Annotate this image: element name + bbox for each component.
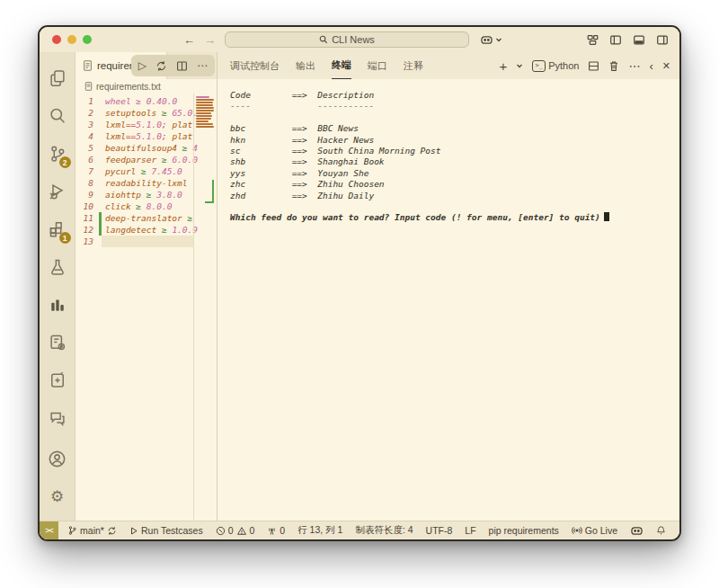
line-number[interactable]: 8 — [75, 177, 99, 189]
run-testcases-label: Run Testcases — [141, 525, 203, 536]
line-number[interactable]: 7 — [75, 165, 99, 177]
sidebar-item-file-add[interactable] — [40, 361, 75, 399]
file-icon — [83, 60, 93, 71]
close-window-button[interactable] — [52, 35, 61, 44]
line-number[interactable]: 9 — [75, 189, 99, 200]
bell-icon — [656, 525, 666, 536]
account-button[interactable] — [40, 440, 75, 477]
error-count: 0 — [228, 525, 234, 536]
editor-tab-bar: requirements ▷ ⋯ — [75, 52, 217, 79]
chevron-down-icon[interactable] — [516, 62, 523, 69]
run-loop-icon[interactable] — [155, 60, 167, 72]
line-number[interactable]: 5 — [75, 142, 99, 154]
line-number[interactable]: 2 — [75, 107, 99, 119]
line-number[interactable]: 1 — [75, 95, 99, 107]
customize-layout-icon[interactable] — [587, 34, 599, 46]
line-number[interactable]: 10 — [75, 200, 99, 212]
chevron-down-icon — [495, 36, 502, 43]
broadcast-icon — [572, 525, 582, 536]
go-live-button[interactable]: Go Live — [565, 525, 624, 536]
indentation-status[interactable]: 制表符长度: 4 — [349, 524, 419, 537]
sidebar-item-source-control[interactable]: 2 — [40, 135, 75, 173]
sidebar-item-comments[interactable] — [40, 399, 75, 437]
terminal-cursor — [604, 212, 609, 221]
breadcrumb-file: requirements.txt — [96, 82, 161, 92]
go-live-label: Go Live — [585, 525, 617, 536]
line-number[interactable]: 6 — [75, 154, 99, 165]
terminal-icon: >_ — [532, 60, 546, 72]
remote-indicator[interactable]: >< — [40, 521, 58, 539]
copilot-status[interactable] — [624, 525, 650, 537]
tab-debug-console[interactable]: 调试控制台 — [230, 52, 280, 79]
file-gear-icon — [49, 334, 67, 352]
sidebar-item-search[interactable] — [40, 97, 75, 135]
split-editor-icon[interactable] — [176, 60, 188, 72]
more-actions-button[interactable]: ⋯ — [628, 59, 640, 73]
tab-comments[interactable]: 注释 — [404, 52, 423, 79]
sidebar-item-file-settings[interactable] — [40, 324, 75, 361]
code-text — [102, 236, 193, 247]
testing-flask-icon — [49, 258, 67, 276]
sidebar-item-run-debug[interactable] — [40, 173, 75, 210]
traffic-lights — [52, 35, 92, 44]
minimize-window-button[interactable] — [67, 35, 76, 44]
toggle-sidebar-left-icon[interactable] — [609, 34, 622, 46]
terminal-type-selector[interactable]: >_ Python — [532, 60, 579, 72]
tab-output[interactable]: 输出 — [296, 52, 315, 79]
notifications-button[interactable] — [650, 525, 672, 536]
code-editor[interactable]: 1wheel ≥ 0.40.02setuptools ≥ 65.0.3lxml=… — [75, 94, 217, 521]
ports-status[interactable]: 0 — [261, 525, 291, 536]
ports-count: 0 — [280, 525, 285, 536]
branch-icon — [67, 525, 77, 536]
eol-status[interactable]: LF — [458, 525, 482, 536]
close-panel-button[interactable]: ✕ — [662, 60, 670, 72]
copilot-icon — [480, 34, 493, 46]
minimap-git-marker — [212, 180, 214, 203]
sidebar-item-explorer[interactable] — [40, 59, 75, 97]
breadcrumb[interactable]: requirements.txt — [75, 79, 217, 94]
line-number[interactable]: 11 — [75, 212, 99, 224]
terminal-view[interactable]: Code ==> Description ---- ----------- bb… — [217, 79, 679, 521]
tab-ports[interactable]: 端口 — [368, 52, 387, 79]
terminal-output: Code ==> Description ---- ----------- bb… — [230, 90, 679, 201]
line-number[interactable]: 3 — [75, 119, 99, 130]
navigate-forward-button[interactable]: → — [204, 33, 216, 47]
cursor-position-status[interactable]: 行 13, 列 1 — [291, 524, 349, 537]
problems-status[interactable]: 0 0 — [209, 525, 262, 536]
tab-terminal[interactable]: 终端 — [332, 52, 351, 79]
panel: 调试控制台 输出 终端 端口 注释 + >_ Python ⋯ ‹ — [217, 52, 679, 521]
minimap[interactable] — [193, 94, 217, 521]
search-icon — [49, 107, 67, 125]
command-center-search[interactable]: CLI News — [225, 31, 469, 48]
line-number[interactable]: 12 — [75, 224, 99, 236]
settings-button[interactable]: ⚙ — [40, 477, 75, 515]
panel-header: 调试控制台 输出 终端 端口 注释 + >_ Python ⋯ ‹ — [217, 52, 679, 79]
language-mode-status[interactable]: pip requirements — [483, 525, 565, 536]
run-testcases-button[interactable]: Run Testcases — [123, 525, 209, 536]
sidebar-item-testing[interactable] — [40, 248, 75, 286]
error-icon — [216, 526, 226, 536]
kill-terminal-trash-icon[interactable] — [608, 60, 619, 72]
toggle-panel-icon[interactable] — [633, 34, 645, 46]
sidebar-item-extensions[interactable]: 1 — [40, 210, 75, 248]
zoom-window-button[interactable] — [83, 35, 92, 44]
new-terminal-button[interactable]: + — [499, 58, 507, 74]
status-bar: >< main* Run Testcases 0 0 0 行 13, 列 1 制… — [40, 521, 679, 539]
more-actions-button[interactable]: ⋯ — [197, 59, 208, 72]
sidebar-item-chart[interactable] — [40, 286, 75, 324]
explorer-icon — [49, 69, 67, 87]
sync-icon — [107, 526, 117, 536]
copilot-icon — [630, 525, 644, 537]
toggle-sidebar-right-icon[interactable] — [656, 34, 669, 46]
git-branch-status[interactable]: main* — [61, 525, 123, 536]
line-number[interactable]: 4 — [75, 130, 99, 142]
line-number[interactable]: 13 — [75, 236, 99, 247]
title-bar: ← → CLI News — [40, 27, 679, 52]
file-icon — [84, 82, 93, 91]
run-file-button[interactable]: ▷ — [138, 59, 146, 72]
maximize-panel-button[interactable]: ‹ — [649, 59, 652, 73]
navigate-back-button[interactable]: ← — [183, 33, 195, 47]
copilot-menu[interactable] — [480, 34, 502, 46]
encoding-status[interactable]: UTF-8 — [420, 525, 459, 536]
split-terminal-icon[interactable] — [588, 60, 599, 72]
